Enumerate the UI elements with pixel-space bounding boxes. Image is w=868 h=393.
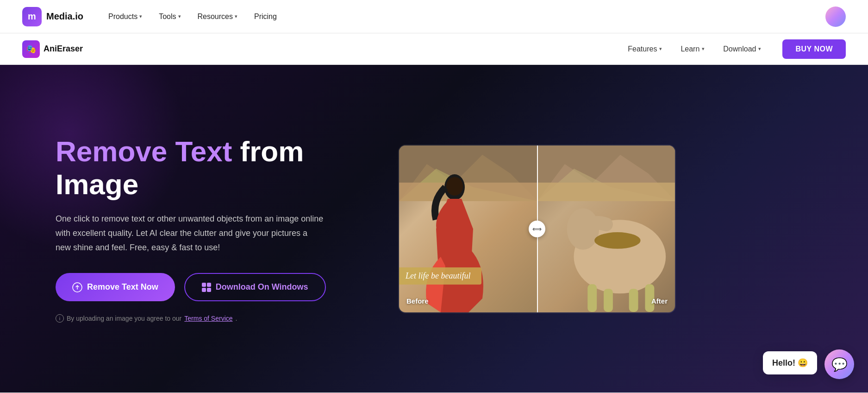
secondary-nav-items: Features ▾ Learn ▾ Download ▾ BUY NOW — [619, 39, 846, 59]
image-before: Let life be beautiful Before — [399, 146, 537, 312]
avatar[interactable] — [825, 6, 846, 27]
before-label: Before — [406, 297, 429, 305]
secondary-nav-brand: 🎭 AniEraser — [22, 40, 83, 58]
app-name: AniEraser — [44, 44, 83, 54]
logo-text: Media.io — [46, 11, 83, 22]
sec-nav-label-download: Download — [723, 45, 756, 53]
logo[interactable]: m Media.io — [22, 7, 83, 26]
woman-figure-svg — [413, 173, 496, 312]
chat-hello-bubble: Hello! 😀 — [763, 351, 817, 374]
chevron-down-icon: ▾ — [139, 13, 142, 19]
svg-point-17 — [594, 232, 640, 249]
hero-content: Remove Text from Image One click to remo… — [56, 135, 361, 323]
svg-rect-14 — [604, 289, 613, 312]
nav-item-resources[interactable]: Resources ▾ — [191, 9, 244, 25]
chat-icon: 💬 — [831, 357, 848, 372]
chevron-down-icon: ▾ — [235, 13, 237, 19]
buy-now-button[interactable]: BUY NOW — [782, 39, 846, 59]
hero-title-line2: Image — [56, 168, 138, 200]
nav-item-pricing[interactable]: Pricing — [248, 9, 283, 25]
chevron-down-icon: ▾ — [702, 46, 705, 52]
after-label: After — [651, 297, 668, 305]
sec-nav-label-learn: Learn — [681, 45, 699, 53]
comparison-image: Let life be beautiful Before — [399, 146, 675, 312]
top-nav-right — [825, 6, 846, 27]
comparison-handle[interactable]: ⟺ — [529, 221, 545, 237]
terms-of-service-link[interactable]: Terms of Service — [184, 315, 232, 322]
nav-item-tools[interactable]: Tools ▾ — [152, 9, 187, 25]
download-windows-button[interactable]: Download On Windows — [184, 273, 326, 301]
app-icon: 🎭 — [22, 40, 40, 58]
image-after: After — [537, 146, 675, 312]
hero-description: One click to remove text or other unwant… — [56, 212, 324, 254]
remove-text-button[interactable]: Remove Text Now — [56, 273, 175, 301]
hero-section: Remove Text from Image One click to remo… — [0, 65, 868, 393]
nav-item-products[interactable]: Products ▾ — [102, 9, 149, 25]
chevron-down-icon: ▾ — [178, 13, 181, 19]
nav-label-pricing: Pricing — [254, 13, 277, 21]
top-nav-items: Products ▾ Tools ▾ Resources ▾ Pricing — [102, 9, 283, 25]
terms-notice: i By uploading an image you agree to our… — [56, 314, 361, 323]
svg-rect-13 — [587, 284, 597, 312]
hero-image: Let life be beautiful Before — [398, 145, 812, 313]
top-nav-left: m Media.io Products ▾ Tools ▾ Resources … — [22, 7, 283, 26]
chevron-down-icon: ▾ — [659, 46, 662, 52]
before-after-comparison: Let life be beautiful Before — [398, 145, 676, 313]
logo-icon: m — [22, 7, 42, 26]
upload-icon — [72, 282, 82, 292]
hero-title: Remove Text from Image — [56, 135, 361, 201]
hero-buttons: Remove Text Now Download On Windows — [56, 273, 361, 301]
svg-point-6 — [446, 177, 463, 196]
secondary-navigation: 🎭 AniEraser Features ▾ Learn ▾ Download … — [0, 33, 868, 65]
sec-nav-download[interactable]: Download ▾ — [715, 41, 769, 57]
top-navigation: m Media.io Products ▾ Tools ▾ Resources … — [0, 0, 868, 33]
sec-nav-features[interactable]: Features ▾ — [619, 41, 670, 57]
text-overlay: Let life be beautiful — [399, 267, 481, 285]
chat-open-button[interactable]: 💬 — [824, 349, 854, 379]
hero-title-suffix: from — [232, 135, 304, 167]
nav-label-resources: Resources — [198, 13, 233, 21]
sec-nav-learn[interactable]: Learn ▾ — [672, 41, 713, 57]
info-icon: i — [56, 314, 64, 323]
nav-label-products: Products — [108, 13, 137, 21]
windows-icon — [202, 283, 211, 292]
chevron-down-icon: ▾ — [758, 46, 761, 52]
horse-figure-svg — [537, 164, 675, 312]
sec-nav-label-features: Features — [628, 45, 657, 53]
nav-label-tools: Tools — [159, 13, 176, 21]
svg-rect-15 — [629, 289, 638, 312]
hero-title-highlight: Remove Text — [56, 135, 232, 167]
